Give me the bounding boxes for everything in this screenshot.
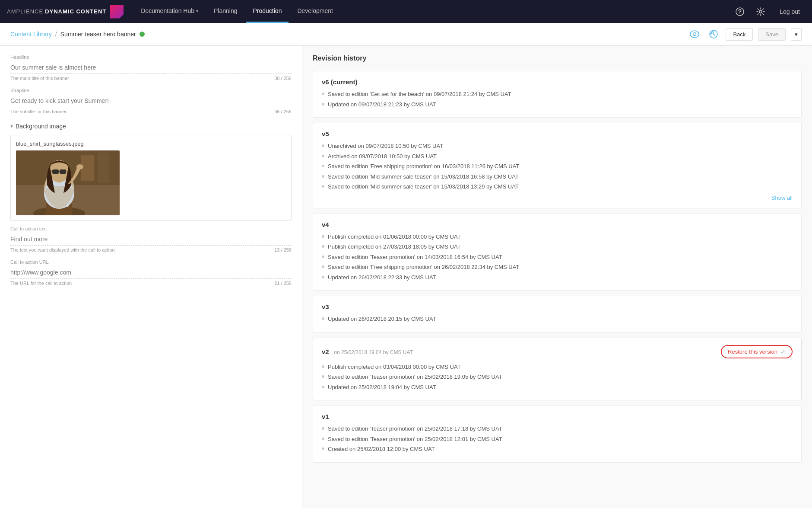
preview-icon[interactable] <box>688 27 701 41</box>
headline-label: Headline <box>10 54 292 60</box>
v1-items: Saved to edition 'Teaser promotion' on 2… <box>322 425 793 454</box>
show-all-link[interactable]: Show all <box>322 195 793 201</box>
v6-item-1: Saved to edition 'Get set for the beach'… <box>328 90 511 99</box>
nav-item-documentation-label: Documentation Hub <box>141 7 194 14</box>
cta-text-input[interactable] <box>10 233 292 246</box>
nav-item-development[interactable]: Development <box>290 0 340 23</box>
v1-item-3: Created on 25/02/2018 12:00 by CMS UAT <box>328 445 435 454</box>
nav-item-planning[interactable]: Planning <box>207 0 244 23</box>
list-item: Publish completed on 01/06/2018 00:00 by… <box>322 233 793 241</box>
v5-item-1: Unarchived on 09/07/2018 10:50 by CMS UA… <box>328 142 443 150</box>
headline-hint-row: The main title of this banner 30 / 256 <box>10 76 292 81</box>
sub-header-actions: Back Save ▾ <box>688 27 802 41</box>
strapline-hint: The subtitle for this banner <box>10 109 67 114</box>
bullet-icon <box>322 317 324 320</box>
list-item: Updated on 26/02/2018 20:15 by CMS UAT <box>322 315 793 323</box>
sub-header: Content Library / Summer teaser hero ban… <box>0 23 812 46</box>
list-item: Updated on 09/07/2018 21:23 by CMS UAT <box>322 100 793 109</box>
breadcrumb-content-library[interactable]: Content Library <box>10 31 52 38</box>
brand-dynamic: DYNAMIC CONTENT <box>45 8 106 15</box>
top-navigation: AMPLIENCE DYNAMIC CONTENT Documentation … <box>0 0 812 23</box>
bullet-icon <box>322 245 324 248</box>
nav-item-production[interactable]: Production <box>246 0 289 23</box>
v5-header: v5 <box>322 130 793 137</box>
v2-label: v2 <box>322 348 329 355</box>
image-preview <box>16 150 120 215</box>
nav-item-production-label: Production <box>253 7 282 14</box>
content-editor-panel: Headline The main title of this banner 3… <box>0 46 302 508</box>
bullet-icon <box>322 256 324 258</box>
history-icon[interactable] <box>707 27 720 41</box>
save-button[interactable]: Save <box>758 28 786 41</box>
brand-logo-icon <box>110 5 124 19</box>
list-item: Saved to edition 'Free shipping promotio… <box>322 263 793 272</box>
svg-point-23 <box>76 164 83 169</box>
version-v3: v3 Updated on 26/02/2018 20:15 by CMS UA… <box>313 296 802 332</box>
version-v2: v2 on 25/02/2018 19:04 by CMS UAT Restor… <box>313 338 802 401</box>
cta-text-hint-row: The text you want displayed with the cal… <box>10 247 292 252</box>
bullet-icon <box>322 438 324 440</box>
v4-item-2: Publish completed on 27/03/2018 18:05 by… <box>328 243 461 251</box>
list-item: Unarchived on 09/07/2018 10:50 by CMS UA… <box>322 142 793 150</box>
cta-text-count: 13 / 256 <box>274 247 292 252</box>
svg-point-1 <box>739 13 740 14</box>
v2-item-1: Publish completed on 03/04/2018 00:00 by… <box>328 363 461 371</box>
bullet-icon <box>322 175 324 178</box>
list-item: Saved to edition 'Free shipping promotio… <box>322 162 793 171</box>
more-button[interactable]: ▾ <box>791 28 802 41</box>
svg-rect-18 <box>52 169 59 174</box>
version-v6: v6 (current) Saved to edition 'Get set f… <box>313 71 802 118</box>
image-filename: blue_shirt_sunglasses.jpeg <box>16 141 286 147</box>
v1-header: v1 <box>322 413 793 420</box>
v1-label: v1 <box>322 413 329 420</box>
version-v5: v5 Unarchived on 09/07/2018 10:50 by CMS… <box>313 123 802 208</box>
v4-item-4: Saved to edition 'Free shipping promotio… <box>328 263 519 272</box>
version-v4: v4 Publish completed on 01/06/2018 00:00… <box>313 214 802 291</box>
bullet-icon <box>322 365 324 368</box>
v2-item-3: Updated on 25/02/2018 19:04 by CMS UAT <box>328 383 436 392</box>
list-item: Saved to edition 'Teaser promotion' on 2… <box>322 373 793 381</box>
bullet-icon <box>322 155 324 157</box>
breadcrumb-current-page: Summer teaser hero banner <box>60 31 136 38</box>
v4-label: v4 <box>322 221 329 228</box>
cta-url-count: 21 / 256 <box>274 281 292 286</box>
bullet-icon <box>322 185 324 188</box>
logout-button[interactable]: Log out <box>774 6 805 18</box>
svg-line-22 <box>66 171 67 171</box>
svg-rect-19 <box>60 169 66 174</box>
bg-image-section-header: ▾ Background image <box>10 123 292 130</box>
cta-url-hint-row: The URL for the call to action 21 / 256 <box>10 281 292 286</box>
restore-label: Restore this version <box>728 348 777 355</box>
restore-version-button[interactable]: Restore this version ✓ <box>721 345 793 358</box>
help-button[interactable] <box>733 5 747 19</box>
headline-input[interactable] <box>10 61 292 74</box>
v3-label: v3 <box>322 303 329 310</box>
bullet-icon <box>322 93 324 95</box>
list-item: Saved to edition 'Get set for the beach'… <box>322 90 793 99</box>
list-item: Saved to edition 'Mid summer sale teaser… <box>322 182 793 191</box>
v2-items: Publish completed on 03/04/2018 00:00 by… <box>322 363 793 392</box>
v5-items: Unarchived on 09/07/2018 10:50 by CMS UA… <box>322 142 793 191</box>
headline-hint: The main title of this banner <box>10 76 69 81</box>
nav-item-documentation[interactable]: Documentation Hub ▾ <box>134 0 205 23</box>
v6-item-2: Updated on 09/07/2018 21:23 by CMS UAT <box>328 100 436 109</box>
headline-field-group: Headline The main title of this banner 3… <box>10 54 292 81</box>
list-item: Publish completed on 27/03/2018 18:05 by… <box>322 243 793 251</box>
v4-header: v4 <box>322 221 793 228</box>
back-button[interactable]: Back <box>726 28 753 41</box>
settings-button[interactable] <box>754 5 768 19</box>
cta-url-input[interactable] <box>10 266 292 279</box>
v3-header: v3 <box>322 303 793 310</box>
strapline-input[interactable] <box>10 95 292 107</box>
v6-header: v6 (current) <box>322 78 793 86</box>
bg-image-section-label: Background image <box>16 123 66 130</box>
list-item: Saved to edition 'Teaser promotion' on 2… <box>322 435 793 444</box>
v3-items: Updated on 26/02/2018 20:15 by CMS UAT <box>322 315 793 323</box>
revision-history-title: Revision history <box>313 54 802 62</box>
svg-rect-9 <box>98 153 109 183</box>
v3-item-1: Updated on 26/02/2018 20:15 by CMS UAT <box>328 315 436 323</box>
collapse-icon[interactable]: ▾ <box>10 123 13 129</box>
v1-item-1: Saved to edition 'Teaser promotion' on 2… <box>328 425 502 433</box>
nav-items: Documentation Hub ▾ Planning Production … <box>134 0 733 23</box>
bullet-icon <box>322 375 324 378</box>
